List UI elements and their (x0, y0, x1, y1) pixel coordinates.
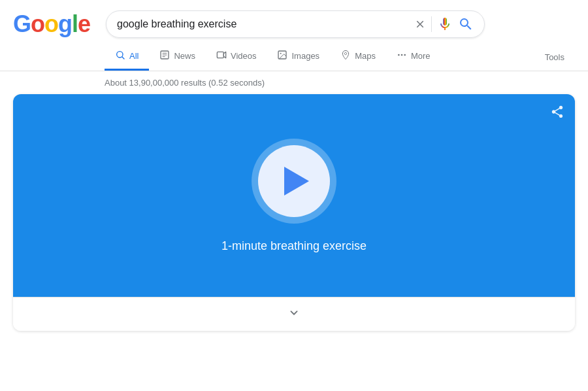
play-button-inner[interactable] (258, 145, 330, 217)
map-icon (340, 50, 351, 62)
svg-point-9 (280, 53, 282, 54)
nav-tabs: All News Videos (0, 43, 588, 71)
svg-point-11 (401, 54, 403, 56)
logo-letter-e: e (78, 10, 90, 38)
tab-more-label: More (411, 51, 431, 61)
search-input[interactable] (117, 18, 409, 30)
svg-line-1 (122, 57, 124, 59)
logo-letter-g: G (13, 10, 31, 38)
breathing-video-area[interactable]: 1-minute breathing exercise (13, 94, 575, 297)
tab-maps[interactable]: Maps (330, 43, 386, 71)
logo-letter-g2: g (58, 10, 72, 38)
svg-point-12 (404, 54, 406, 56)
tab-more[interactable]: More (386, 43, 441, 71)
news-icon (159, 50, 170, 62)
more-icon (397, 50, 407, 62)
logo-letter-o2: o (44, 10, 58, 38)
play-button-outer (252, 139, 336, 224)
tab-images-label: Images (291, 51, 319, 61)
header: Google (0, 0, 588, 43)
search-divider (431, 16, 432, 32)
share-icon[interactable] (550, 105, 564, 122)
breathing-expand-button[interactable] (13, 297, 575, 331)
microphone-icon[interactable] (437, 16, 453, 32)
tab-images[interactable]: Images (267, 43, 330, 71)
tools-button[interactable]: Tools (534, 46, 575, 69)
clear-icon[interactable] (414, 18, 426, 30)
tab-news-label: News (174, 51, 195, 61)
main-content: 1-minute breathing exercise (0, 94, 588, 331)
svg-rect-6 (217, 52, 223, 58)
image-icon (277, 50, 287, 62)
results-count: About 13,90,00,000 results (0.52 seconds… (0, 71, 588, 94)
all-icon (115, 50, 125, 62)
logo-letter-o1: o (31, 10, 44, 38)
tab-all-label: All (129, 51, 139, 61)
search-bar (106, 10, 485, 38)
tab-maps-label: Maps (355, 51, 376, 61)
video-icon (216, 50, 227, 62)
logo-letter-l: l (72, 10, 78, 38)
breathing-exercise-label: 1-minute breathing exercise (221, 239, 367, 253)
search-submit-icon[interactable] (458, 16, 474, 32)
google-logo[interactable]: Google (13, 10, 90, 38)
tab-all[interactable]: All (105, 43, 149, 71)
tab-videos-label: Videos (231, 51, 257, 61)
tab-news[interactable]: News (149, 43, 206, 71)
svg-point-10 (398, 54, 400, 56)
chevron-down-icon (287, 305, 301, 323)
play-triangle-icon (284, 167, 309, 196)
breathing-exercise-card: 1-minute breathing exercise (13, 94, 575, 331)
tab-videos[interactable]: Videos (206, 43, 267, 71)
